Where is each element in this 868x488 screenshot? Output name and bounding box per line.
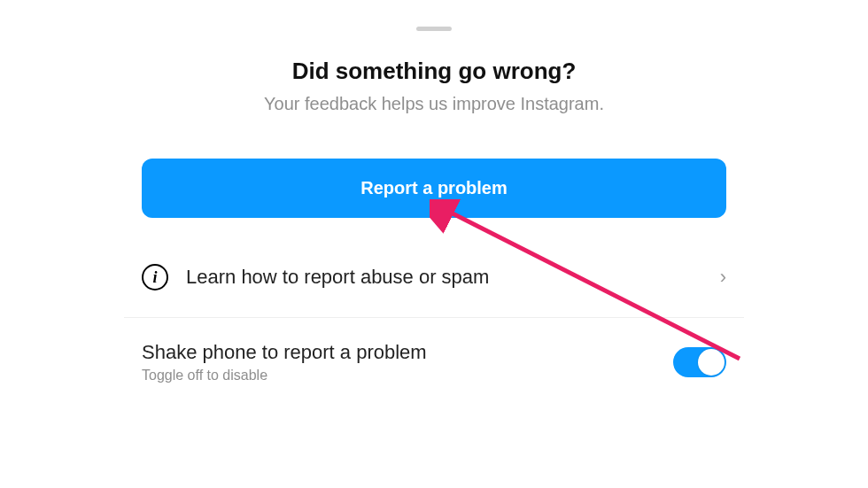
shake-toggle-row: Shake phone to report a problem Toggle o…: [124, 318, 744, 410]
shake-toggle-switch[interactable]: [673, 347, 726, 377]
sheet-subtitle: Your feedback helps us improve Instagram…: [124, 94, 744, 114]
sheet-title: Did something go wrong?: [124, 58, 744, 85]
drag-handle-icon[interactable]: [416, 27, 452, 31]
shake-toggle-title: Shake phone to report a problem: [142, 341, 673, 364]
report-problem-button[interactable]: Report a problem: [142, 159, 726, 218]
learn-abuse-label: Learn how to report abuse or spam: [186, 266, 720, 289]
info-icon: i: [142, 264, 168, 290]
chevron-right-icon: ›: [720, 266, 726, 289]
toggle-knob: [698, 349, 725, 376]
learn-abuse-row[interactable]: i Learn how to report abuse or spam ›: [124, 253, 744, 318]
shake-toggle-subtitle: Toggle off to disable: [142, 368, 673, 383]
feedback-sheet: Did something go wrong? Your feedback he…: [124, 0, 744, 488]
